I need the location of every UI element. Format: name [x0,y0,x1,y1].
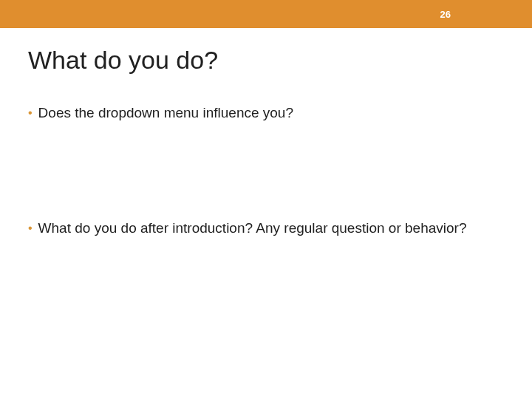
page-number: 26 [440,9,451,20]
bullet-text: Does the dropdown menu influence you? [38,103,293,123]
bullet-icon: • [28,219,33,238]
list-item: • What do you do after introduction? Any… [28,219,488,238]
bullet-list: • Does the dropdown menu influence you? … [28,103,488,334]
slide-title: What do you do? [28,46,218,75]
list-item: • Does the dropdown menu influence you? [28,103,488,123]
header-bar: 26 [0,0,532,28]
bullet-text: What do you do after introduction? Any r… [38,219,467,238]
bullet-icon: • [28,103,33,123]
slide: 26 What do you do? • Does the dropdown m… [0,0,532,399]
